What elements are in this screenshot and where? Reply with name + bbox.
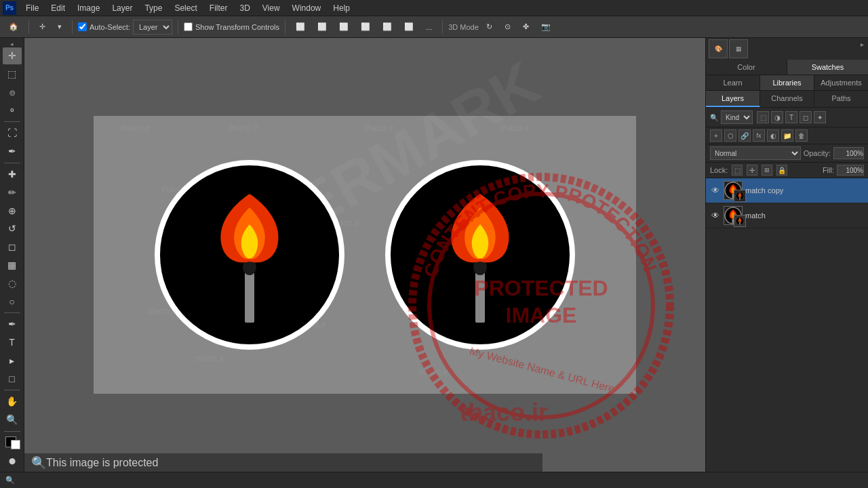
layer-item-match[interactable]: 👁 match [706, 203, 868, 228]
kind-select[interactable]: Kind [721, 110, 753, 124]
group-icon[interactable]: 📁 [781, 129, 793, 142]
align-center-btn[interactable]: ⬜ [313, 19, 332, 35]
path-select-tool[interactable]: ▸ [3, 352, 22, 369]
shape-tool[interactable]: □ [3, 370, 22, 387]
auto-select-checkbox[interactable] [78, 22, 87, 31]
align-bottom-btn[interactable]: ⬜ [399, 19, 418, 35]
zoom-tool[interactable]: 🔍 [3, 411, 22, 428]
pan-3d-btn[interactable]: ✤ [518, 19, 534, 35]
menu-help[interactable]: Help [328, 2, 355, 14]
blur-tool[interactable]: ◌ [3, 274, 22, 291]
menu-view[interactable]: View [257, 2, 285, 14]
show-transform-checkbox[interactable] [184, 22, 193, 31]
orbit-3d-btn[interactable]: ⊙ [500, 19, 515, 35]
align-left-btn[interactable]: ⬜ [291, 19, 310, 35]
show-transform-check: Show Transform Controls [184, 22, 279, 31]
lock-position-icon[interactable]: ✛ [747, 165, 757, 176]
layer-item-match-copy[interactable]: 👁 match copy [706, 178, 868, 203]
history-brush[interactable]: ↺ [3, 220, 22, 237]
pixel-filter-icon[interactable]: ⬚ [757, 111, 769, 123]
pen-tool[interactable]: ✒ [3, 316, 22, 333]
brush-tool[interactable]: ✏ [3, 184, 22, 201]
heal-tool[interactable]: ✚ [3, 166, 22, 183]
tab-channels[interactable]: Channels [760, 91, 814, 107]
tab-adjustments[interactable]: Adjustments [814, 75, 868, 90]
menu-file[interactable]: File [20, 2, 44, 14]
lock-artboard-icon[interactable]: ⊞ [762, 165, 772, 176]
background-color[interactable] [11, 440, 20, 449]
panel-collapse-left[interactable]: ◂ [9, 41, 15, 46]
smart-filter-icon[interactable]: ✦ [814, 111, 826, 123]
menu-layer[interactable]: Layer [106, 2, 138, 14]
layer-smart-obj-badge-2 [734, 215, 746, 227]
move-tool-dropdown[interactable]: ▾ [53, 19, 66, 35]
gradient-icon[interactable]: ▦ [729, 39, 748, 58]
shape-filter-icon[interactable]: ◻ [800, 111, 812, 123]
menu-select[interactable]: Select [169, 2, 202, 14]
move-tool-btn[interactable]: ✛ [35, 19, 50, 35]
lock-all-icon[interactable]: 🔒 [776, 165, 787, 176]
menu-bar: Ps File Edit Image Layer Type Select Fil… [0, 0, 868, 16]
menu-edit[interactable]: Edit [45, 2, 71, 14]
tools-panel: ◂ ✛ ⬚ ⌾ ⚬ ⛶ ✒ ✚ ✏ ⊕ ↺ ◻ ▦ ◌ ○ ✒ T ▸ □ ✋ … [0, 38, 24, 472]
tab-learn[interactable]: Learn [706, 75, 760, 90]
fill-input[interactable] [837, 165, 864, 176]
toolbar-sep-1 [28, 20, 29, 34]
layer-visibility-match-copy[interactable]: 👁 [710, 185, 721, 196]
gradient-tool[interactable]: ▦ [3, 257, 22, 274]
eyedropper-tool[interactable]: ✒ [3, 143, 22, 160]
zoom-icon: 🔍 [31, 455, 46, 470]
more-btn[interactable]: ... [421, 19, 437, 35]
type-tool[interactable]: T [3, 334, 22, 351]
tab-color[interactable]: Color [706, 60, 787, 75]
move-tool[interactable]: ✛ [3, 47, 22, 64]
eraser-tool[interactable]: ◻ [3, 239, 22, 256]
rotate-3d-btn[interactable]: ↻ [481, 19, 497, 35]
type-filter-icon[interactable]: T [785, 111, 797, 123]
match-right-circle [385, 160, 575, 350]
menu-window[interactable]: Window [287, 2, 327, 14]
menu-type[interactable]: Type [139, 2, 167, 14]
tab-layers[interactable]: Layers [706, 91, 760, 107]
lock-pixel-icon[interactable]: ⬚ [732, 165, 743, 176]
layer-filter-icons: ⬚ ◑ T ◻ ✦ [757, 111, 826, 123]
toolbar-sep-3 [178, 20, 178, 34]
tab-paths[interactable]: Paths [814, 91, 868, 107]
hand-tool[interactable]: ✋ [3, 393, 22, 410]
layer-select[interactable]: Layer [133, 20, 172, 35]
opacity-input[interactable] [833, 147, 864, 159]
main-layout: ◂ ✛ ⬚ ⌾ ⚬ ⛶ ✒ ✚ ✏ ⊕ ↺ ◻ ▦ ◌ ○ ✒ T ▸ □ ✋ … [0, 38, 868, 472]
align-right-btn[interactable]: ⬜ [334, 19, 353, 35]
camera-btn[interactable]: 📷 [536, 19, 555, 35]
menu-3d[interactable]: 3D [234, 2, 255, 14]
menu-image[interactable]: Image [72, 2, 105, 14]
fx-icon[interactable]: fx [753, 129, 765, 142]
blend-mode-select[interactable]: Normal [710, 146, 801, 160]
link-icon[interactable]: 🔗 [738, 129, 751, 142]
menu-filter[interactable]: Filter [204, 2, 233, 14]
marquee-tool[interactable]: ⬚ [3, 66, 22, 83]
tool-sep-1 [4, 121, 20, 122]
home-btn[interactable]: 🏠 [4, 19, 23, 35]
quick-mask-btn[interactable]: ⬤ [3, 452, 22, 469]
panel-collapse-right[interactable]: ▸ [859, 39, 865, 58]
layer-visibility-match[interactable]: 👁 [710, 210, 721, 221]
layer-thumb-match [724, 206, 743, 225]
lasso-tool[interactable]: ⌾ [3, 84, 22, 101]
tool-sep-4 [4, 390, 20, 390]
clone-tool[interactable]: ⊕ [3, 202, 22, 219]
color-swatches[interactable] [3, 434, 22, 451]
align-top-btn[interactable]: ⬜ [356, 19, 375, 35]
crop-tool[interactable]: ⛶ [3, 125, 22, 142]
align-middle-btn[interactable]: ⬜ [378, 19, 397, 35]
dodge-tool[interactable]: ○ [3, 293, 22, 310]
adjustment-filter-icon[interactable]: ◑ [771, 111, 783, 123]
quick-select-tool[interactable]: ⚬ [3, 102, 22, 119]
tab-libraries[interactable]: Libraries [760, 75, 814, 90]
adjustment-icon[interactable]: ◐ [767, 129, 779, 142]
new-layer-icon[interactable]: + [710, 129, 722, 142]
tab-swatches[interactable]: Swatches [787, 60, 868, 75]
color-picker-icon[interactable]: 🎨 [709, 39, 728, 58]
add-mask-icon[interactable]: ⬡ [724, 129, 736, 142]
delete-icon[interactable]: 🗑 [795, 129, 808, 142]
